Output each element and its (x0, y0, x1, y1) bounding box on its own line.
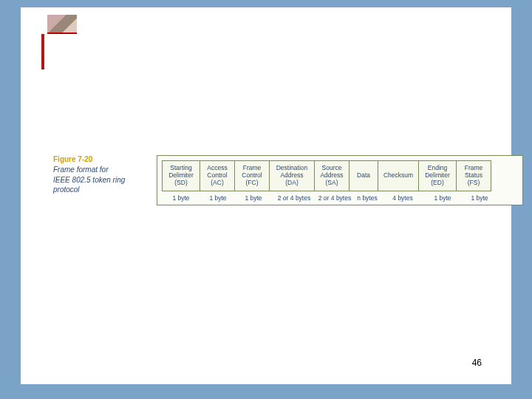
slide: Figure 7-20 Frame format for IEEE 802.5 … (21, 7, 511, 384)
field-size: 2 or 4 bytes (271, 191, 317, 202)
frame-field: Starting Delimiter (SD) (162, 160, 200, 191)
frame-format-diagram: Starting Delimiter (SD) Access Control (… (157, 155, 523, 205)
accent-bar (41, 34, 44, 69)
field-size: 1 byte (236, 191, 271, 202)
figure: Figure 7-20 Frame format for IEEE 802.5 … (53, 155, 494, 195)
field-size: 4 bytes (382, 191, 423, 202)
frame-sizes-row: 1 byte 1 byte 1 byte 2 or 4 bytes 2 or 4… (162, 191, 518, 202)
field-abbr: (AC) (211, 180, 223, 187)
field-abbr: (SA) (326, 180, 338, 187)
figure-caption-line: protocol (53, 185, 80, 194)
frame-field: Access Control (AC) (200, 160, 235, 191)
figure-caption-line: Frame format for (53, 166, 108, 174)
figure-caption-line: IEEE 802.5 token ring (53, 176, 125, 184)
frame-field: Ending Delimiter (ED) (418, 160, 457, 191)
field-size: n bytes (352, 191, 382, 202)
frame-field: Data (349, 160, 378, 191)
field-name: Checksum (383, 172, 413, 180)
thumbnail-stub (47, 15, 77, 34)
field-size: 2 or 4 bytes (317, 191, 352, 202)
field-abbr: (DA) (285, 180, 298, 187)
frame-fields-row: Starting Delimiter (SD) Access Control (… (162, 160, 518, 191)
field-name: Data (357, 172, 370, 180)
frame-field: Frame Status (FS) (456, 160, 491, 191)
frame-field: Checksum (378, 160, 419, 191)
field-size: 1 byte (162, 191, 200, 202)
field-abbr: (FC) (246, 180, 259, 187)
frame-field: Frame Control (FC) (234, 160, 270, 191)
field-size: 1 byte (200, 191, 236, 202)
frame-field: Source Address (SA) (314, 160, 349, 191)
field-abbr: (ED) (431, 180, 443, 187)
field-abbr: (FS) (468, 180, 480, 187)
frame-field: Destination Address (DA) (269, 160, 315, 191)
page-number: 46 (472, 358, 482, 368)
field-abbr: (SD) (174, 180, 187, 187)
figure-caption: Frame format for IEEE 802.5 token ring p… (53, 165, 134, 195)
field-size: 1 byte (423, 191, 462, 202)
field-size: 1 byte (462, 191, 497, 202)
